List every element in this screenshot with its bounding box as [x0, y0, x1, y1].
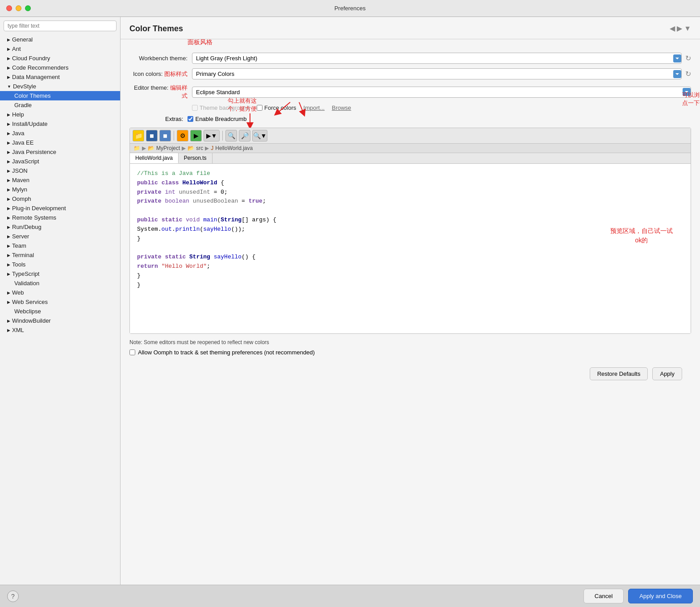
svg-line-1	[299, 102, 304, 113]
nav-arrows[interactable]: ◀ ▶ ▼	[670, 24, 691, 33]
sidebar-item-label: Java	[12, 130, 24, 137]
sidebar-item-label: JSON	[12, 167, 28, 174]
sidebar-item-oomph[interactable]: ▶Oomph	[0, 194, 120, 204]
expand-icon: ▶	[7, 300, 10, 304]
bc-icon-4: J	[211, 145, 213, 151]
sidebar-item-windowbuilder[interactable]: ▶WindowBuilder	[0, 316, 120, 325]
restore-defaults-button[interactable]: Restore Defaults	[590, 367, 648, 380]
cancel-button[interactable]: Cancel	[583, 589, 624, 603]
allow-oomph-checkbox[interactable]	[129, 349, 135, 355]
toolbar-btn-4[interactable]: ⚙	[177, 130, 188, 141]
expand-icon: ▶	[7, 319, 10, 323]
toolbar-btn-7[interactable]: 🔍	[225, 130, 237, 141]
sidebar-item-gradle[interactable]: Gradle	[0, 100, 120, 110]
tab-person[interactable]: Person.ts	[179, 153, 212, 163]
icon-colors-select[interactable]: Primary Colors	[192, 68, 682, 79]
theme-bg-checkbox[interactable]	[192, 105, 198, 111]
sidebar-item-devstyle[interactable]: ▼DevStyle	[0, 82, 120, 91]
sidebar-item-remote-systems[interactable]: ▶Remote Systems	[0, 213, 120, 222]
tb-separator-1	[174, 131, 174, 141]
apply-close-button[interactable]: Apply and Close	[628, 589, 693, 603]
window-controls[interactable]	[6, 5, 31, 11]
code-line-10: }	[137, 271, 683, 281]
icon-refresh-btn[interactable]: ↻	[685, 70, 691, 78]
window-title: Preferences	[334, 5, 366, 12]
footer-bar: ? Cancel Apply and Close	[0, 585, 700, 607]
force-colors-checkbox-label[interactable]: Force colors	[257, 104, 296, 111]
toolbar-btn-8[interactable]: 🔎	[239, 130, 250, 141]
import-button[interactable]: Import...	[304, 104, 325, 111]
close-button[interactable]	[6, 5, 12, 11]
sidebar-item-mylyn[interactable]: ▶Mylyn	[0, 185, 120, 194]
sidebar-item-code-recommenders[interactable]: ▶Code Recommenders	[0, 63, 120, 72]
enable-breadcrumb-label[interactable]: Enable Breadcrumb	[188, 116, 246, 122]
tab-helloworld[interactable]: HelloWorld.java	[130, 153, 179, 163]
toolbar-btn-1[interactable]: 📁	[133, 130, 144, 141]
filter-input[interactable]	[4, 21, 117, 31]
annotation-preview: 预览区域，自己试一试ok的	[610, 226, 673, 245]
sidebar-item-ant[interactable]: ▶Ant	[0, 44, 120, 54]
content-wrapper: Color Themes ◀ ▶ ▼ 面板风格 Workbench theme:	[121, 17, 700, 585]
sidebar-item-label: Mylyn	[12, 186, 27, 193]
sidebar-item-general[interactable]: ▶General	[0, 35, 120, 44]
expand-icon: ▶	[7, 56, 10, 61]
workbench-refresh-btn[interactable]: ↻	[685, 54, 691, 62]
sidebar-item-java-ee[interactable]: ▶Java EE	[0, 138, 120, 147]
enable-breadcrumb-checkbox[interactable]	[188, 116, 193, 122]
sidebar-item-color-themes[interactable]: Color Themes	[0, 91, 120, 100]
help-button[interactable]: ?	[7, 590, 19, 602]
sidebar-item-javascript[interactable]: ▶JavaScript	[0, 157, 120, 166]
toolbar-btn-6[interactable]: ▶▼	[204, 130, 220, 141]
toolbar-btn-3[interactable]: ◼	[159, 130, 171, 141]
expand-icon: ▶	[7, 131, 10, 136]
sidebar-item-tools[interactable]: ▶Tools	[0, 260, 120, 269]
code-line-11: }	[137, 281, 683, 290]
sidebar-item-json[interactable]: ▶JSON	[0, 166, 120, 175]
sidebar-item-terminal[interactable]: ▶Terminal	[0, 250, 120, 260]
sidebar-item-cloud-foundry[interactable]: ▶Cloud Foundry	[0, 54, 120, 63]
expand-icon: ▶	[7, 75, 10, 79]
editor-theme-select[interactable]: Eclipse Standard	[192, 87, 691, 98]
sidebar-item-data-management[interactable]: ▶Data Management	[0, 72, 120, 82]
sidebar-item-label: Terminal	[12, 252, 34, 258]
sidebar-item-install-update[interactable]: ▶Install/Update	[0, 119, 120, 129]
sidebar-item-maven[interactable]: ▶Maven	[0, 175, 120, 185]
sidebar-item-web-services[interactable]: ▶Web Services	[0, 297, 120, 307]
sidebar-item-label: TypeScript	[12, 270, 39, 277]
sidebar-item-help[interactable]: ▶Help	[0, 110, 120, 119]
toolbar-btn-5[interactable]: ▶	[190, 130, 202, 141]
sidebar-item-xml[interactable]: ▶XML	[0, 325, 120, 335]
workbench-theme-select[interactable]: Light Gray (Fresh Light)	[192, 53, 682, 64]
sidebar-item-java-persistence[interactable]: ▶Java Persistence	[0, 147, 120, 157]
sidebar-item-webclipse[interactable]: Webclipse	[0, 307, 120, 316]
expand-icon: ▶	[7, 225, 10, 229]
sidebar-item-server[interactable]: ▶Server	[0, 232, 120, 241]
allow-oomph-label: Allow Oomph to track & set theming prefe…	[138, 349, 315, 356]
minimize-button[interactable]	[16, 5, 21, 11]
toolbar-btn-9[interactable]: 🔍▼	[252, 130, 267, 141]
force-colors-checkbox[interactable]	[257, 105, 262, 111]
sidebar-item-validation[interactable]: Validation	[0, 279, 120, 288]
sidebar-item-java[interactable]: ▶Java	[0, 129, 120, 138]
sidebar-item-team[interactable]: ▶Team	[0, 241, 120, 250]
sidebar-item-typescript[interactable]: ▶TypeScript	[0, 269, 120, 279]
content-panel: Color Themes ◀ ▶ ▼ 面板风格 Workbench theme:	[121, 17, 700, 585]
sidebar-item-run-debug[interactable]: ▶Run/Debug	[0, 222, 120, 232]
code-line-8: private static String sayHello() {	[137, 253, 683, 262]
forward-arrow[interactable]: ▶	[677, 24, 682, 33]
sidebar-item-label: DevStyle	[13, 83, 36, 90]
breadcrumb-bar: 📁 ▶ 📂 MyProject ▶ 📂 src ▶ J HelloWorld.j…	[130, 144, 691, 153]
dropdown-arrow[interactable]: ▼	[684, 25, 691, 33]
extras-row: Extras: Enable Breadcrumb 勾上就有这个，挺方便	[129, 116, 691, 122]
apply-button[interactable]: Apply	[652, 367, 682, 380]
annotation-browse: 可以浏览color-thome，然后导入，点一下你就知道！	[682, 91, 700, 107]
sidebar-item-label: Install/Update	[12, 121, 48, 127]
sidebar-item-label: Oomph	[12, 195, 31, 202]
sidebar-item-web[interactable]: ▶Web	[0, 288, 120, 297]
back-arrow[interactable]: ◀	[670, 24, 675, 33]
expand-icon: ▶	[7, 328, 10, 333]
sidebar-item-plugin-dev[interactable]: ▶Plug-in Development	[0, 204, 120, 213]
browse-button[interactable]: Browse	[332, 104, 351, 111]
maximize-button[interactable]	[25, 5, 31, 11]
toolbar-btn-2[interactable]: ◼	[146, 130, 158, 141]
